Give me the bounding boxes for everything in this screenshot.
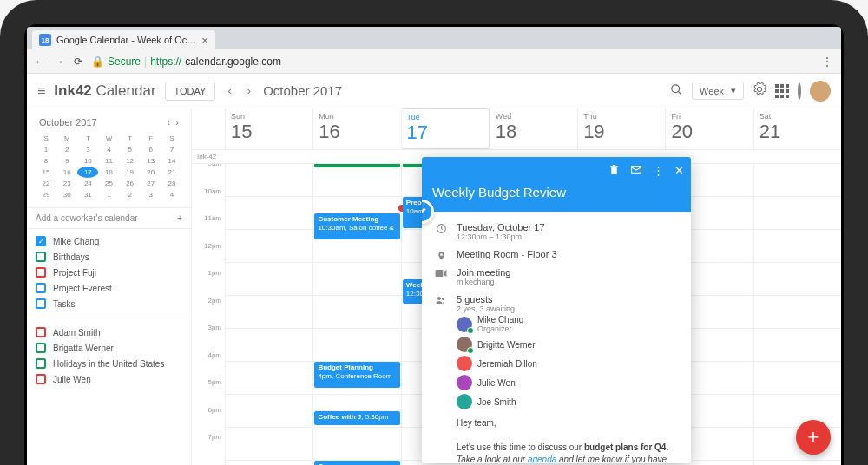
calendar-item[interactable]: Brigatta Werner (36, 343, 182, 353)
calendar-checkbox[interactable] (36, 374, 46, 384)
add-calendar-row[interactable]: Add a coworker's calendar + (27, 207, 191, 229)
mini-day[interactable]: 9 (56, 155, 77, 167)
delete-event-icon[interactable] (608, 164, 620, 178)
close-tab-icon[interactable]: × (201, 34, 208, 47)
mini-day[interactable]: 4 (98, 144, 119, 155)
mini-day[interactable]: 14 (161, 155, 182, 167)
calendar-item[interactable]: Adam Smith (36, 327, 182, 337)
next-week-icon[interactable]: › (244, 84, 254, 97)
calendar-checkbox[interactable] (36, 358, 46, 369)
search-icon[interactable] (670, 83, 683, 99)
mini-day[interactable]: 5 (120, 144, 141, 155)
mini-prev-icon[interactable]: ‹ (168, 117, 171, 128)
mini-day[interactable]: 1 (36, 144, 56, 155)
mini-day[interactable]: 15 (36, 167, 56, 178)
mini-day[interactable]: 11 (98, 155, 119, 167)
calendar-checkbox[interactable] (36, 267, 46, 278)
hour-label: 10am (192, 187, 225, 215)
mini-day[interactable]: 12 (120, 155, 141, 167)
email-guests-icon[interactable] (630, 164, 642, 178)
calendar-label: Mike Chang (53, 237, 99, 246)
calendar-checkbox[interactable] (36, 252, 46, 262)
user-avatar[interactable] (810, 81, 831, 102)
mini-day[interactable]: 13 (141, 155, 161, 167)
mini-day[interactable]: 7 (161, 144, 182, 155)
calendar-checkbox[interactable] (36, 298, 46, 309)
mini-day[interactable]: 29 (36, 189, 56, 200)
calendar-event[interactable]: Work out, 8am (314, 164, 399, 167)
day-header[interactable]: Wed18 (490, 108, 577, 149)
apps-icon[interactable] (775, 84, 789, 98)
forward-icon[interactable]: → (53, 56, 65, 68)
prev-week-icon[interactable]: ‹ (224, 84, 234, 97)
mini-day[interactable]: 4 (161, 189, 182, 200)
browser-tab[interactable]: 18 Google Calendar - Week of Oc… × (32, 30, 215, 49)
today-button[interactable]: TODAY (165, 82, 216, 101)
calendar-checkbox[interactable] (36, 343, 46, 353)
day-header[interactable]: Mon16 (312, 108, 400, 149)
mini-day[interactable]: 2 (56, 144, 77, 155)
day-header[interactable]: Tue17 (401, 108, 490, 149)
calendar-event[interactable]: Run7 – 8pm (314, 461, 399, 465)
mini-day[interactable]: 8 (36, 155, 56, 167)
day-column[interactable] (753, 164, 841, 465)
calendar-checkbox[interactable]: ✓ (36, 236, 46, 246)
guest-row: Jeremiah Dillon (457, 356, 681, 371)
calendar-item[interactable]: Holidays in the United States (36, 358, 182, 369)
mini-day[interactable]: 3 (77, 144, 98, 155)
mini-day[interactable]: 3 (141, 189, 161, 200)
mini-day[interactable]: 23 (56, 178, 77, 189)
calendar-label: Adam Smith (53, 328, 100, 337)
calendar-event[interactable]: Coffee with J, 5:30pm (314, 411, 399, 425)
day-column[interactable] (225, 164, 312, 465)
calendar-checkbox[interactable] (36, 327, 46, 337)
browser-menu-icon[interactable]: ⋮ (821, 55, 834, 69)
calendar-item[interactable]: Julie Wen (36, 374, 182, 384)
calendar-event[interactable]: Customer Meeting10:30am, Salon coffee & (314, 213, 399, 239)
add-calendar-plus-icon[interactable]: + (177, 213, 182, 223)
url-field[interactable]: 🔒 Secure | https://calendar.google.com (91, 56, 281, 68)
mini-day[interactable]: 25 (98, 178, 119, 189)
view-selector[interactable]: Week▾ (692, 82, 744, 100)
mini-day[interactable]: 22 (36, 178, 56, 189)
mini-day[interactable]: 27 (141, 178, 161, 189)
calendar-item[interactable]: Tasks (36, 298, 182, 309)
mini-day[interactable]: 28 (161, 178, 182, 189)
day-header[interactable]: Sun15 (225, 108, 312, 149)
mini-day[interactable]: 6 (141, 144, 161, 155)
mini-day[interactable]: 19 (120, 167, 141, 178)
mini-day[interactable]: 10 (77, 155, 98, 167)
day-column[interactable]: Work out, 8amCustomer Meeting10:30am, Sa… (312, 164, 400, 465)
mini-day[interactable]: 2 (120, 189, 141, 200)
close-popup-icon[interactable]: ✕ (674, 164, 684, 178)
mini-next-icon[interactable]: › (175, 117, 179, 128)
mini-day[interactable]: 16 (56, 167, 77, 178)
settings-icon[interactable] (753, 82, 766, 99)
mini-day[interactable]: 31 (77, 189, 98, 200)
mini-day[interactable]: 24 (77, 178, 98, 189)
calendar-item[interactable]: Birthdays (36, 252, 182, 262)
more-options-icon[interactable]: ⋮ (653, 164, 664, 178)
agenda-link[interactable]: agenda (528, 455, 556, 463)
mini-day[interactable]: 18 (98, 167, 119, 178)
mini-day[interactable]: 30 (56, 189, 77, 200)
mini-day[interactable]: 17 (77, 167, 98, 178)
calendar-item[interactable]: Project Fuji (36, 267, 182, 278)
calendar-checkbox[interactable] (36, 283, 46, 293)
hamburger-icon[interactable]: ≡ (37, 83, 45, 99)
calendar-item[interactable]: ✓Mike Chang (36, 236, 182, 246)
mini-day[interactable]: 21 (161, 167, 182, 178)
day-header[interactable]: Sat21 (753, 108, 841, 149)
mini-day[interactable]: 1 (98, 189, 119, 200)
create-event-fab[interactable]: + (796, 420, 831, 455)
back-icon[interactable]: ← (34, 56, 46, 68)
calendar-item[interactable]: Project Everest (36, 283, 182, 293)
day-header[interactable]: Fri20 (665, 108, 753, 149)
mini-day[interactable]: 20 (141, 167, 161, 178)
day-header[interactable]: Thu19 (577, 108, 665, 149)
popup-join-meeting[interactable]: Join meeting mikechang (457, 267, 681, 286)
calendar-event[interactable]: Budget Planning4pm, Conference Room (314, 362, 399, 388)
reload-icon[interactable]: ⟳ (72, 56, 84, 68)
notifications-icon[interactable] (798, 84, 801, 98)
mini-day[interactable]: 26 (120, 178, 141, 189)
